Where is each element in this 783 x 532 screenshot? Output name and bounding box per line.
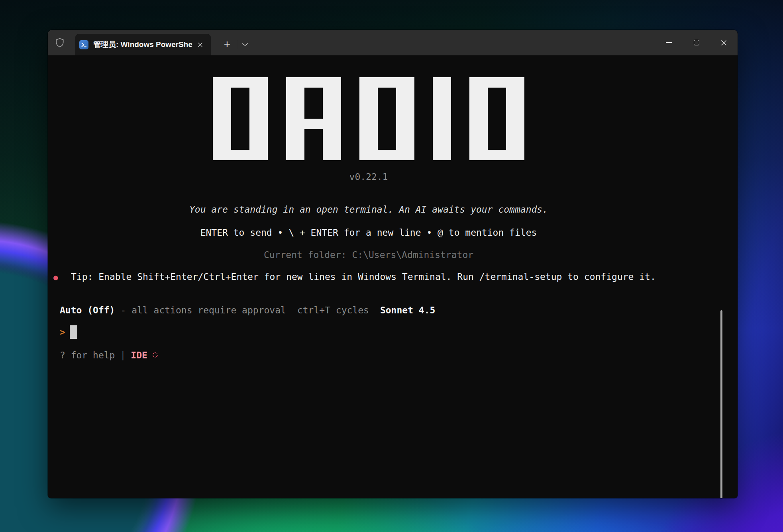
help-line: ? for help|IDE xyxy=(60,350,738,361)
tab-close-icon[interactable] xyxy=(194,39,206,51)
hints-text: ENTER to send • \ + ENTER for a new line… xyxy=(60,227,677,238)
tip-bullet-icon: ● xyxy=(53,272,71,283)
status-line: Auto (Off)- all actions require approval… xyxy=(60,305,738,316)
tab-powershell[interactable]: 管理员: Windows PowerShell xyxy=(75,34,211,55)
tip-text: Tip: Enable Shift+Enter/Ctrl+Enter for n… xyxy=(71,272,656,282)
tagline-text: You are standing in an open terminal. An… xyxy=(60,204,677,215)
scrollbar-thumb[interactable] xyxy=(720,310,722,498)
tip-line: ●Tip: Enable Shift+Enter/Ctrl+Enter for … xyxy=(60,271,738,283)
tab-title: 管理员: Windows PowerShell xyxy=(93,39,192,50)
maximize-button[interactable] xyxy=(683,30,710,55)
minimize-icon xyxy=(666,42,672,43)
version-text: v0.22.1 xyxy=(60,171,677,182)
current-folder-text: Current folder: C:\Users\Administrator xyxy=(60,249,677,260)
prompt-chevron: > xyxy=(60,327,65,337)
minimize-button[interactable] xyxy=(655,30,683,55)
tab-dropdown-button[interactable] xyxy=(238,38,252,51)
close-icon xyxy=(720,39,727,46)
droid-logo xyxy=(60,77,677,160)
titlebar: 管理员: Windows PowerShell + xyxy=(48,30,738,55)
admin-shield-icon xyxy=(55,37,65,48)
ide-connection-status-icon xyxy=(153,352,158,358)
help-separator: | xyxy=(120,350,126,360)
prompt-input-line[interactable]: > xyxy=(60,325,738,339)
ide-label[interactable]: IDE xyxy=(131,350,147,360)
terminal-window: 管理员: Windows PowerShell + xyxy=(48,30,738,498)
help-hint-text: ? for help xyxy=(60,350,115,360)
new-tab-button[interactable]: + xyxy=(219,36,235,53)
text-cursor xyxy=(70,325,77,339)
maximize-icon xyxy=(694,40,699,45)
close-button[interactable] xyxy=(710,30,738,55)
auto-mode-description: - all actions require approval xyxy=(120,305,286,315)
auto-mode-status[interactable]: Auto (Off) xyxy=(60,305,115,315)
tab-bar-divider xyxy=(237,40,237,49)
terminal-content: v0.22.1 You are standing in an open term… xyxy=(48,77,738,498)
powershell-icon xyxy=(79,40,88,49)
window-controls xyxy=(655,30,738,55)
model-name[interactable]: Sonnet 4.5 xyxy=(380,305,435,315)
cycle-hint: ctrl+T cycles xyxy=(297,305,369,315)
desktop-wallpaper: 管理员: Windows PowerShell + xyxy=(0,0,783,532)
